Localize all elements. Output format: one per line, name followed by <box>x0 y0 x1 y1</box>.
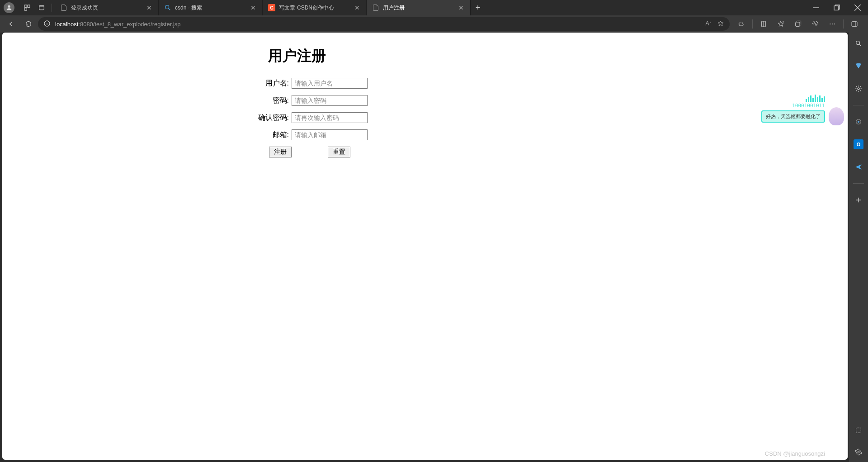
watermark-text: CSDN @jianguosongzi <box>765 450 825 457</box>
back-button[interactable] <box>4 17 19 31</box>
audio-bars-icon <box>761 94 825 102</box>
svg-line-26 <box>859 44 861 46</box>
workspaces-icon[interactable] <box>20 1 34 14</box>
url-path: :8080/test_8_war_exploded/register.jsp <box>78 21 180 28</box>
favorite-icon[interactable] <box>717 20 724 29</box>
collections-icon[interactable] <box>790 17 806 31</box>
separator <box>52 4 52 12</box>
svg-rect-1 <box>24 5 27 7</box>
tab-csdn-write[interactable]: C 写文章-CSDN创作中心 ✕ <box>263 0 367 15</box>
tab-strip: 登录成功页 ✕ csdn - 搜索 ✕ C 写文章-CSDN创作中心 ✕ 用户注… <box>55 0 806 15</box>
sidebar-outlook-icon[interactable]: O <box>852 138 865 151</box>
svg-point-33 <box>858 451 859 453</box>
svg-rect-19 <box>796 22 800 26</box>
favorites-icon[interactable] <box>773 17 789 31</box>
tab-title: csdn - 搜索 <box>175 4 245 12</box>
sidebar-tools-icon[interactable] <box>852 82 865 95</box>
button-row: 注册 重置 <box>2 147 848 157</box>
toolbar-icons <box>731 17 864 31</box>
svg-rect-32 <box>856 428 861 433</box>
close-icon[interactable]: ✕ <box>145 3 154 12</box>
tab-csdn-search[interactable]: csdn - 搜索 ✕ <box>159 0 263 15</box>
separator <box>752 19 753 29</box>
sidebar-toggle-icon[interactable] <box>846 17 863 31</box>
sidebar-search-icon[interactable] <box>852 37 865 50</box>
url-host: localhost <box>55 21 78 28</box>
svg-point-27 <box>858 88 859 90</box>
sidebar-screenshot-icon[interactable] <box>852 424 865 437</box>
csdn-icon: C <box>268 4 275 11</box>
minimize-button[interactable] <box>806 0 826 15</box>
close-window-button[interactable] <box>847 0 868 15</box>
svg-point-20 <box>830 24 830 24</box>
profile-avatar[interactable] <box>4 2 14 13</box>
register-button[interactable]: 注册 <box>269 147 292 157</box>
tab-actions-icon[interactable] <box>34 1 49 14</box>
register-page: 用户注册 用户名: 密码: 确认密码: 邮箱: 注册 重置 <box>2 33 848 157</box>
title-bar: 登录成功页 ✕ csdn - 搜索 ✕ C 写文章-CSDN创作中心 ✕ 用户注… <box>0 0 868 15</box>
sidebar-office-icon[interactable] <box>852 115 865 128</box>
url-input[interactable]: localhost:8080/test_8_war_exploded/regis… <box>38 17 730 31</box>
assistant-avatar-icon[interactable] <box>829 107 844 125</box>
separator <box>853 183 864 184</box>
assistant-widget[interactable]: 10001001011 好热，天选姬都要融化了 <box>761 94 825 123</box>
svg-rect-9 <box>834 6 838 10</box>
page-icon <box>60 4 67 11</box>
maximize-button[interactable] <box>826 0 847 15</box>
window-controls <box>806 0 868 15</box>
refresh-button[interactable] <box>21 17 36 31</box>
row-password: 密码: <box>2 95 848 106</box>
input-password[interactable] <box>292 95 368 106</box>
svg-point-0 <box>8 5 10 8</box>
tab-title: 登录成功页 <box>71 4 141 12</box>
input-email[interactable] <box>292 129 368 140</box>
sidebar-add-icon[interactable] <box>852 194 865 206</box>
svg-rect-2 <box>28 5 30 7</box>
close-icon[interactable]: ✕ <box>353 3 362 12</box>
extensions-icon[interactable] <box>733 17 750 31</box>
sidebar-send-icon[interactable] <box>852 161 865 173</box>
new-tab-button[interactable]: + <box>471 0 485 15</box>
sidebar-shopping-icon[interactable] <box>852 60 865 72</box>
label-confirm-password: 确认密码: <box>2 113 292 123</box>
separator <box>853 105 864 105</box>
svg-point-22 <box>834 24 835 24</box>
svg-rect-3 <box>24 8 27 10</box>
site-info-icon[interactable] <box>43 20 51 29</box>
page-heading: 用户注册 <box>268 46 848 66</box>
widget-bubble: 好热，天选姬都要融化了 <box>761 110 825 123</box>
tab-user-register[interactable]: 用户注册 ✕ <box>367 0 471 15</box>
close-icon[interactable]: ✕ <box>457 3 466 12</box>
svg-point-21 <box>832 24 833 24</box>
label-email: 邮箱: <box>2 130 292 140</box>
reset-button[interactable]: 重置 <box>328 147 350 157</box>
tab-title: 写文章-CSDN创作中心 <box>279 4 349 12</box>
widget-digits: 10001001011 <box>761 103 825 109</box>
sidebar-settings-icon[interactable] <box>852 446 865 458</box>
svg-rect-23 <box>852 22 857 27</box>
label-password: 密码: <box>2 96 292 105</box>
performance-icon[interactable] <box>807 17 823 31</box>
tab-title: 用户注册 <box>383 4 453 12</box>
row-confirm-password: 确认密码: <box>2 112 848 123</box>
reader-icon[interactable] <box>755 17 772 31</box>
label-username: 用户名: <box>2 79 292 88</box>
edge-sidebar: O <box>849 33 868 462</box>
separator <box>843 19 844 29</box>
svg-point-25 <box>856 41 860 45</box>
input-confirm-password[interactable] <box>292 112 368 123</box>
address-bar: localhost:8080/test_8_war_exploded/regis… <box>0 15 868 33</box>
more-icon[interactable] <box>824 17 840 31</box>
tab-login-success[interactable]: 登录成功页 ✕ <box>55 0 159 15</box>
search-icon <box>164 4 171 11</box>
url-text: localhost:8080/test_8_war_exploded/regis… <box>55 21 181 28</box>
page-icon <box>372 4 379 11</box>
svg-rect-4 <box>39 5 44 10</box>
row-email: 邮箱: <box>2 129 848 140</box>
read-aloud-icon[interactable]: A⁾ <box>705 20 711 29</box>
row-username: 用户名: <box>2 78 848 89</box>
svg-point-6 <box>165 5 169 9</box>
input-username[interactable] <box>292 78 368 89</box>
svg-point-29 <box>858 121 859 123</box>
close-icon[interactable]: ✕ <box>249 3 258 12</box>
